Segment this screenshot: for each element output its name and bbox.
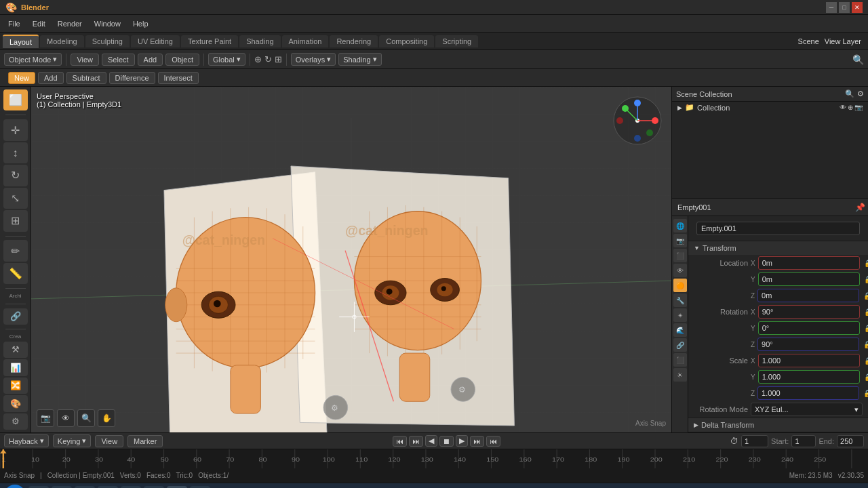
mode-dropdown[interactable]: Object Mode ▾ (4, 53, 62, 66)
prop-icon-material[interactable]: ☀ (673, 368, 687, 382)
tool-btn-1[interactable]: 🔗 (3, 308, 28, 325)
tab-uv-editing[interactable]: UV Editing (131, 35, 180, 47)
orbit-btn[interactable]: 👁 (57, 409, 75, 427)
outliner-collection-item[interactable]: ▶ 📁 Collection 👁 ⊕ 📷 (672, 102, 868, 113)
rotation-y-field[interactable] (758, 321, 860, 335)
visibility-icon[interactable]: 👁 (840, 104, 846, 111)
object-name-field[interactable] (696, 222, 860, 235)
prop-icon-particles[interactable]: ✴ (673, 308, 687, 322)
viewport[interactable]: @cat_ningen @cat_ningen ⚙ ⚙ User Perspec… (31, 87, 671, 432)
navigation-widget[interactable] (610, 94, 665, 148)
rotation-z-field[interactable] (757, 338, 859, 351)
intersect-button[interactable]: Intersect (158, 72, 199, 84)
search-icon[interactable]: 🔍 (852, 54, 864, 65)
global-dropdown[interactable]: Global ▾ (208, 53, 245, 66)
subtract-button[interactable]: Subtract (66, 72, 106, 84)
rotation-x-field[interactable] (758, 305, 860, 319)
step-fwd-btn[interactable]: ⏭ (470, 436, 484, 447)
move-tool[interactable]: ↕ (3, 142, 28, 163)
menu-help[interactable]: Help (127, 18, 154, 29)
location-y-field[interactable] (758, 272, 860, 286)
current-frame-field[interactable] (741, 435, 768, 447)
tab-scripting[interactable]: Scripting (435, 35, 478, 47)
minimize-button[interactable]: ─ (826, 2, 837, 13)
prop-icon-object[interactable]: 🟠 (673, 279, 687, 292)
tool-btn-5[interactable]: 🎨 (3, 395, 28, 411)
taskbar-app-orange[interactable]: 🍊 (190, 486, 210, 489)
scale-icon[interactable]: ⊞ (275, 54, 282, 64)
tab-shading[interactable]: Shading (239, 35, 280, 47)
lock-z-icon[interactable]: 🔒 (863, 292, 868, 300)
tab-sculpting[interactable]: Sculpting (85, 35, 130, 47)
lock-sy-icon[interactable]: 🔒 (864, 373, 868, 381)
scale-z-field[interactable] (757, 386, 859, 400)
keying-dropdown[interactable]: Keying ▾ (53, 434, 92, 447)
menu-window[interactable]: Window (89, 18, 126, 29)
taskbar-app-file-explorer[interactable]: 🗂️ (28, 486, 49, 489)
transform-icon[interactable]: ⊕ (254, 54, 262, 64)
new-button[interactable]: New (8, 72, 35, 84)
viewport-icon[interactable]: ⊕ (848, 104, 853, 111)
tab-texture-paint[interactable]: Texture Paint (181, 35, 238, 47)
cursor-tool[interactable]: ✛ (3, 119, 28, 140)
prop-icon-output[interactable]: ⬛ (673, 249, 687, 262)
transform-tool[interactable]: ⊞ (3, 210, 28, 231)
add-menu[interactable]: Add (138, 54, 163, 66)
tool-btn-4[interactable]: 🔀 (3, 378, 28, 394)
taskbar-app-blender[interactable]: 🎨 (167, 486, 187, 489)
delta-transform-header[interactable]: ▶ Delta Transform (688, 418, 868, 432)
rotate-icon[interactable]: ↻ (264, 54, 272, 64)
select-menu[interactable]: Select (102, 54, 135, 66)
tool-btn-3[interactable]: 📊 (3, 359, 28, 375)
tab-animation[interactable]: Animation (282, 35, 329, 47)
tab-modeling[interactable]: Modeling (40, 35, 84, 47)
playback-dropdown[interactable]: Hayback ▾ (4, 434, 49, 447)
tool-btn-6[interactable]: ⚙ (3, 413, 28, 430)
location-x-field[interactable] (758, 256, 860, 270)
outliner-filter-icon[interactable]: ⚙ (857, 89, 864, 98)
scale-y-field[interactable] (758, 370, 860, 384)
rotate-tool[interactable]: ↻ (3, 165, 28, 186)
stop-btn[interactable]: ⏹ (439, 436, 454, 447)
step-back-btn[interactable]: ⏭ (409, 436, 423, 447)
zoom-btn[interactable]: 🔍 (77, 409, 95, 427)
taskbar-app-eagle[interactable]: 🦅 (144, 486, 164, 489)
end-frame-field[interactable] (837, 435, 864, 447)
close-button[interactable]: ✕ (852, 2, 863, 13)
rotation-mode-dropdown[interactable]: XYZ Eul... ▾ (751, 403, 863, 416)
lock-sz-icon[interactable]: 🔒 (863, 390, 868, 397)
move-view-btn[interactable]: ✋ (98, 409, 115, 427)
lock-rz-icon[interactable]: 🔒 (863, 341, 868, 348)
annotate-tool[interactable]: ✏ (3, 240, 28, 261)
timeline-ruler[interactable]: 1 10 20 30 40 50 60 70 80 90 100 110 120… (0, 449, 868, 468)
menu-edit[interactable]: Edit (27, 18, 51, 29)
lock-x-icon[interactable]: 🔒 (864, 260, 868, 267)
taskbar-app-settings[interactable]: ⚙️ (52, 486, 72, 489)
measure-tool[interactable]: 📏 (3, 263, 28, 284)
scale-tool[interactable]: ⤡ (3, 188, 28, 209)
maximize-button[interactable]: □ (839, 2, 850, 13)
lock-sx-icon[interactable]: 🔒 (864, 357, 868, 365)
jump-end-btn[interactable]: ⏮ (486, 436, 500, 447)
camera-view-btn[interactable]: 📷 (37, 409, 54, 427)
view-menu[interactable]: View (95, 435, 123, 447)
scale-x-field[interactable] (758, 354, 860, 367)
render-icon[interactable]: 📷 (854, 104, 863, 111)
pin-icon[interactable]: 📌 (855, 203, 865, 212)
view-menu[interactable]: View (71, 54, 99, 66)
lock-ry-icon[interactable]: 🔒 (864, 325, 868, 332)
start-button[interactable]: ⊞ (4, 485, 26, 489)
outliner-search-icon[interactable]: 🔍 (845, 89, 854, 98)
tab-layout[interactable]: Layout (3, 35, 39, 48)
location-z-field[interactable] (757, 289, 859, 302)
tab-compositing[interactable]: Compositing (379, 35, 434, 47)
start-frame-field[interactable] (791, 435, 816, 447)
prop-icon-modifier[interactable]: 🔧 (673, 293, 687, 307)
play-btn[interactable]: ▶ (456, 435, 468, 447)
overlays-dropdown[interactable]: Overlays ▾ (291, 53, 336, 66)
object-menu[interactable]: Object (165, 54, 199, 66)
prop-icon-constraints[interactable]: 🔗 (673, 338, 687, 352)
shading-dropdown[interactable]: Shading ▾ (338, 53, 381, 66)
marker-menu[interactable]: Marker (127, 435, 163, 447)
taskbar-app-firefox[interactable]: 🦊 (75, 486, 95, 489)
